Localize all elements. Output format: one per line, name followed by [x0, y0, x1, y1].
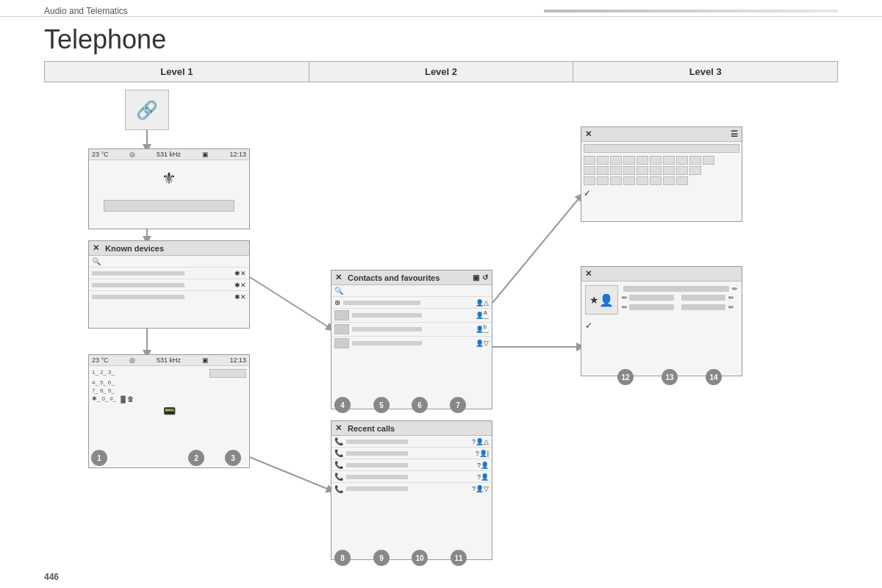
kbd-key-21[interactable]	[597, 176, 609, 185]
kbd-key-16[interactable]	[650, 166, 662, 175]
circle-11: 11	[451, 550, 467, 566]
contacts-row-2[interactable]: 👤 b—	[331, 323, 492, 337]
call-row-1[interactable]: 📞 ?👤 △	[331, 436, 492, 448]
contacts-header: ✕ Contacts and favourites ▣ ↺	[331, 270, 492, 285]
device-row-3[interactable]: ✱✕	[89, 291, 249, 303]
call-row-3[interactable]: 📞 ?👤	[331, 459, 492, 471]
edit-phone-3[interactable]: ✏	[622, 304, 628, 311]
contacts-add-row[interactable]: ⊕ 👤 △	[331, 297, 492, 309]
edit-phone-2[interactable]: ✏	[728, 294, 734, 301]
search-icon[interactable]: 🔍	[92, 257, 101, 265]
call-row-4[interactable]: 📞 ?👤	[331, 471, 492, 483]
kbd-key-12[interactable]	[597, 166, 609, 175]
kbd-row-3	[584, 176, 739, 185]
contacts-search-icon[interactable]: 🔍	[334, 287, 343, 295]
kbd-key-2[interactable]	[597, 156, 609, 165]
kbd-key-18[interactable]	[676, 166, 688, 175]
detail-close-icon[interactable]: ✕	[585, 269, 592, 279]
kbd-key-26[interactable]	[663, 176, 675, 185]
search-row: 🔍	[89, 256, 249, 268]
kbd-key-19[interactable]	[689, 166, 701, 175]
circle-12-label: 12	[621, 373, 629, 381]
breadcrumb: Audio and Telematics	[44, 6, 128, 16]
page-footer: 446	[44, 572, 59, 582]
contacts-title: Contacts and favourites	[348, 273, 440, 282]
kbd-key-27[interactable]	[676, 176, 688, 185]
contacts-refresh-icon[interactable]: ↺	[482, 273, 488, 282]
edit-phone-1[interactable]: ✏	[622, 294, 628, 301]
device-row-2[interactable]: ✱✕	[89, 279, 249, 291]
key-9[interactable]: 9_	[108, 387, 115, 394]
phone-icon: 🔗	[136, 100, 158, 121]
tv-icon: ▣	[202, 151, 209, 158]
kbd-key-24[interactable]	[637, 176, 648, 185]
kbd-key-8[interactable]	[676, 156, 688, 165]
search-input-kbd[interactable]	[584, 144, 739, 153]
known-devices-box: ✕ Known devices 🔍 ✱✕ ✱✕ ✱✕	[88, 240, 250, 329]
menu-icon[interactable]: ☰	[731, 129, 738, 139]
kbd-key-6[interactable]	[650, 156, 662, 165]
unknown-person-4: ?👤	[477, 473, 489, 481]
checkmark-icon[interactable]: ✓	[584, 188, 591, 198]
kbd-key-17[interactable]	[663, 166, 675, 175]
tv-icon-keypad: ▣	[202, 356, 209, 364]
kbd-key-22[interactable]	[610, 176, 622, 185]
key-0[interactable]: 0_	[101, 395, 108, 403]
person-icon-1: 👤	[476, 299, 484, 306]
keypad-box: 23 °C ◎ 531 kHz ▣ 12:13 1_ 2_ 3_ 4_ 5_ 6…	[88, 354, 250, 468]
time-keypad: 12:13	[229, 356, 246, 364]
kbd-key-20[interactable]	[584, 176, 595, 185]
key-2[interactable]: 2_	[100, 369, 107, 378]
contact-detail-header: ✕	[581, 267, 742, 282]
add-icon[interactable]: ⊕	[334, 298, 340, 306]
contacts-row-1[interactable]: 👤 A—	[331, 309, 492, 323]
call-row-2[interactable]: 📞 ?👤 |	[331, 448, 492, 459]
kbd-key-10[interactable]	[703, 156, 714, 165]
kbd-key-1[interactable]	[584, 156, 595, 165]
radio-icon: ◎	[129, 151, 135, 158]
key-hash[interactable]: #_	[110, 395, 116, 403]
key-3[interactable]: 3_	[108, 369, 115, 378]
circle-13-label: 13	[665, 373, 673, 381]
recent-close-icon[interactable]: ✕	[335, 423, 342, 433]
edit-phone-4[interactable]: ✏	[728, 304, 734, 311]
key-8[interactable]: 8_	[100, 387, 107, 394]
key-star[interactable]: ✱_	[92, 395, 100, 403]
kbd-key-3[interactable]	[610, 156, 622, 165]
circle-4-label: 4	[340, 401, 345, 409]
close-icon[interactable]: ✕	[93, 243, 99, 253]
level2-header: Level 2	[309, 62, 574, 82]
key-1[interactable]: 1_	[92, 369, 98, 378]
input-bar-name[interactable]	[104, 200, 234, 212]
trash-icon[interactable]: 🗑	[127, 395, 134, 403]
contacts-row-3[interactable]: 👤 ▽	[331, 337, 492, 350]
key-6[interactable]: 6_	[108, 379, 115, 386]
kbd-key-14[interactable]	[623, 166, 635, 175]
key-7[interactable]: 7_	[92, 387, 98, 394]
key-4[interactable]: 4_	[92, 379, 98, 386]
call-icon-4: 📞	[334, 473, 343, 481]
triangle-up-1: △	[484, 299, 489, 306]
kbd-confirm-row: ✓	[584, 188, 739, 198]
kbd-key-23[interactable]	[623, 176, 635, 185]
call-icon-2: 📞	[334, 449, 343, 457]
confirm-icon[interactable]: ✓	[585, 320, 592, 331]
kbd-key-11[interactable]	[584, 166, 595, 175]
kbd-key-13[interactable]	[610, 166, 622, 175]
kbd-key-25[interactable]	[650, 176, 662, 185]
contacts-close-icon[interactable]: ✕	[335, 273, 342, 282]
key-5[interactable]: 5_	[100, 379, 107, 386]
kbd-key-7[interactable]	[663, 156, 675, 165]
kbd-key-15[interactable]	[637, 166, 648, 175]
keyboard-header: ✕ ☰	[581, 127, 742, 142]
keyboard-close-icon[interactable]: ✕	[585, 129, 592, 139]
triangle-up-r: △	[484, 438, 489, 445]
device-row-1[interactable]: ✱✕	[89, 268, 249, 279]
kbd-key-5[interactable]	[637, 156, 648, 165]
contact-detail-box: ✕ ★ 👤 ✏ ✏ ✏	[581, 266, 742, 376]
edit-name-icon[interactable]: ✏	[732, 285, 738, 293]
kbd-key-4[interactable]	[623, 156, 635, 165]
call-row-5[interactable]: 📞 ?👤 ▽	[331, 483, 492, 495]
radio-icon-keypad: ◎	[129, 356, 135, 364]
kbd-key-9[interactable]	[689, 156, 701, 165]
